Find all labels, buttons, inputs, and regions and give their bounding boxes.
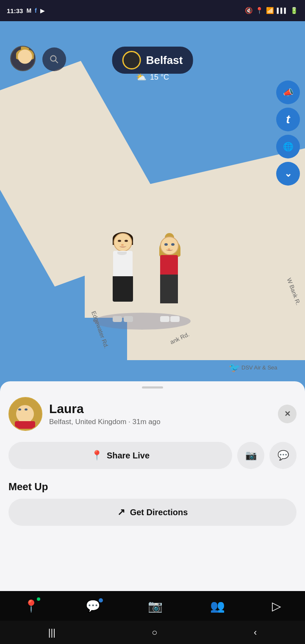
camera-icon: 📷	[245, 450, 257, 461]
chevron-button[interactable]: ⌄	[276, 162, 300, 186]
location-icon: 📍	[255, 7, 263, 14]
status-right: 🔇 📍 📶 ▌▌▌ 🔋	[245, 7, 298, 14]
close-icon: ✕	[284, 409, 291, 419]
profile-bottom-panel: Laura Belfast, United Kingdom · 31m ago …	[0, 381, 305, 593]
char2-left-shoe	[160, 316, 169, 322]
profile-name: Laura	[49, 402, 271, 416]
nav-map[interactable]: 📍	[24, 599, 39, 613]
weather-icon: ⛅	[136, 72, 147, 82]
share-live-button[interactable]: 📍 Share Live	[8, 442, 232, 469]
bitmoji-char1	[102, 233, 148, 322]
map-area: Belfast ⛅ 15 °C 📣 t 🌐 ⌄	[0, 21, 305, 402]
status-left: 11:33 M f ▶	[7, 7, 44, 14]
facebook-icon: f	[35, 7, 37, 14]
profile-avatar[interactable]	[8, 397, 42, 431]
chat-nav-icon: 💬	[86, 599, 100, 613]
stories-nav-icon: ▷	[272, 599, 281, 613]
action-buttons-row: 📍 Share Live 📷 💬	[8, 442, 297, 469]
profile-info: Laura Belfast, United Kingdom · 31m ago	[49, 402, 271, 426]
directions-icon: ↗	[117, 507, 125, 518]
close-panel-button[interactable]: ✕	[278, 405, 297, 423]
city-badge[interactable]: Belfast	[112, 47, 193, 74]
globe-icon: 🌐	[283, 142, 294, 152]
chat-button[interactable]: 💬	[269, 442, 297, 469]
temperature-display: 15 °C	[150, 73, 169, 82]
dsv-label: DSV Air & Sea	[241, 364, 277, 371]
char2-head	[160, 236, 179, 255]
status-bar: 11:33 M f ▶ 🔇 📍 📶 ▌▌▌ 🔋	[0, 0, 305, 21]
mute-icon: 🔇	[245, 7, 253, 14]
signal-icon: ▌▌▌	[277, 8, 288, 14]
youtube-icon: ▶	[40, 8, 44, 14]
text-icon: t	[286, 113, 290, 126]
text-button[interactable]: t	[276, 108, 300, 131]
android-navigation-bar: ||| ○ ‹	[0, 621, 305, 644]
gmail-icon: M	[26, 7, 31, 14]
profile-row: Laura Belfast, United Kingdom · 31m ago …	[8, 389, 297, 435]
city-name: Belfast	[146, 54, 183, 67]
right-sidebar: 📣 t 🌐 ⌄	[276, 80, 300, 186]
wifi-icon: 📶	[266, 7, 274, 14]
spotlight-icon: 📣	[283, 87, 294, 97]
nav-friends[interactable]: 👥	[210, 599, 225, 613]
char1-body	[113, 251, 133, 278]
map-nav-icon: 📍	[24, 599, 39, 613]
svg-line-1	[55, 61, 58, 63]
map-active-indicator	[37, 597, 40, 601]
bitmoji-pair	[102, 233, 195, 322]
get-directions-button[interactable]: ↗ Get Directions	[8, 499, 297, 526]
dsv-bird-icon: 🐦	[229, 362, 240, 373]
profile-location-time: Belfast, United Kingdom · 31m ago	[49, 418, 271, 426]
camera-nav-icon: 📷	[148, 599, 163, 613]
my-avatar[interactable]	[10, 46, 36, 71]
meet-up-section-label: Meet Up	[8, 481, 297, 493]
camera-button[interactable]: 📷	[237, 442, 264, 469]
search-button[interactable]	[42, 47, 66, 71]
svg-point-0	[50, 56, 56, 61]
char1-left-shoe	[113, 316, 122, 322]
chevron-down-icon: ⌄	[284, 168, 292, 179]
time-display: 11:33	[7, 7, 23, 14]
android-home-button[interactable]: ○	[143, 624, 166, 641]
get-directions-label: Get Directions	[130, 508, 188, 517]
chat-icon: 💬	[277, 450, 289, 461]
nav-chat[interactable]: 💬	[86, 599, 100, 613]
char2-body	[160, 255, 178, 276]
globe-button[interactable]: 🌐	[276, 135, 300, 158]
friends-nav-icon: 👥	[210, 599, 225, 613]
android-back-button[interactable]: ‹	[245, 624, 265, 641]
android-menu-button[interactable]: |||	[40, 624, 64, 641]
battery-icon: 🔋	[290, 7, 298, 14]
bitmoji-char2	[148, 233, 195, 322]
search-icon	[49, 54, 60, 65]
bottom-navigation: 📍 💬 📷 👥 ▷	[0, 591, 305, 621]
nav-stories[interactable]: ▷	[272, 599, 281, 613]
char2-right-shoe	[170, 316, 180, 322]
char1-head	[114, 233, 132, 252]
char2-pants	[160, 275, 178, 303]
char1-right-shoe	[124, 316, 133, 322]
char1-pants	[113, 276, 133, 302]
city-avatar-circle	[122, 51, 141, 69]
weather-row: ⛅ 15 °C	[136, 72, 169, 82]
nav-camera[interactable]: 📷	[148, 599, 163, 613]
share-live-label: Share Live	[107, 451, 150, 461]
location-pin-icon: 📍	[91, 450, 103, 461]
spotlight-button[interactable]: 📣	[276, 80, 300, 104]
chat-notification-badge	[99, 598, 103, 602]
